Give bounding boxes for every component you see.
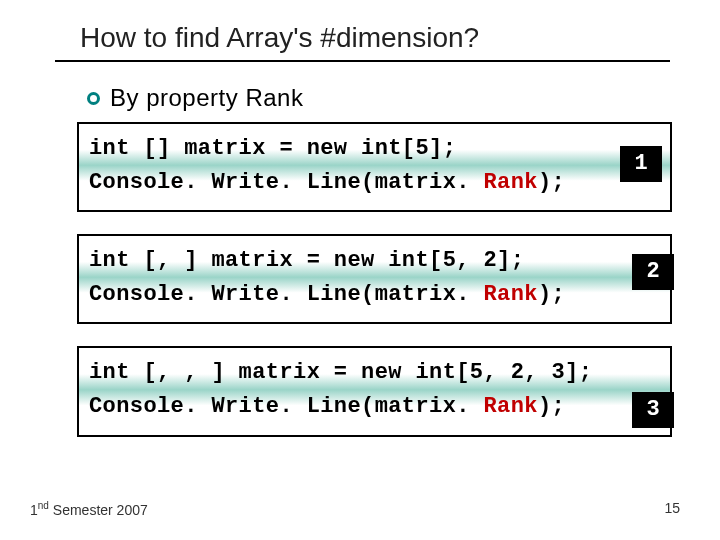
- footer-semester: 1nd Semester 2007: [30, 500, 148, 518]
- slide: How to find Array's #dimension? By prope…: [0, 0, 720, 540]
- code-line: Console. Write. Line(matrix. Rank);: [89, 390, 660, 424]
- code-line: int [, , ] matrix = new int[5, 2, 3];: [89, 356, 660, 390]
- page-title: How to find Array's #dimension?: [80, 22, 680, 54]
- output-badge-3: 3: [632, 392, 674, 428]
- output-badge-1: 1: [620, 146, 662, 182]
- rank-keyword: Rank: [483, 282, 537, 307]
- page-number: 15: [664, 500, 680, 518]
- code-block-1: int [] matrix = new int[5]; Console. Wri…: [77, 122, 672, 212]
- title-rule: [55, 60, 670, 62]
- footer: 1nd Semester 2007 15: [30, 500, 680, 518]
- output-badge-2: 2: [632, 254, 674, 290]
- rank-keyword: Rank: [483, 394, 537, 419]
- bullet-icon: [87, 92, 100, 105]
- code-line: Console. Write. Line(matrix. Rank);: [89, 278, 660, 312]
- code-line: int [] matrix = new int[5];: [89, 132, 660, 166]
- code-block-2: int [, ] matrix = new int[5, 2]; Console…: [77, 234, 672, 324]
- bullet-row: By property Rank: [87, 84, 680, 112]
- bullet-text: By property Rank: [110, 84, 303, 112]
- rank-keyword: Rank: [483, 170, 537, 195]
- code-line: Console. Write. Line(matrix. Rank);: [89, 166, 660, 200]
- code-block-3: int [, , ] matrix = new int[5, 2, 3]; Co…: [77, 346, 672, 436]
- code-line: int [, ] matrix = new int[5, 2];: [89, 244, 660, 278]
